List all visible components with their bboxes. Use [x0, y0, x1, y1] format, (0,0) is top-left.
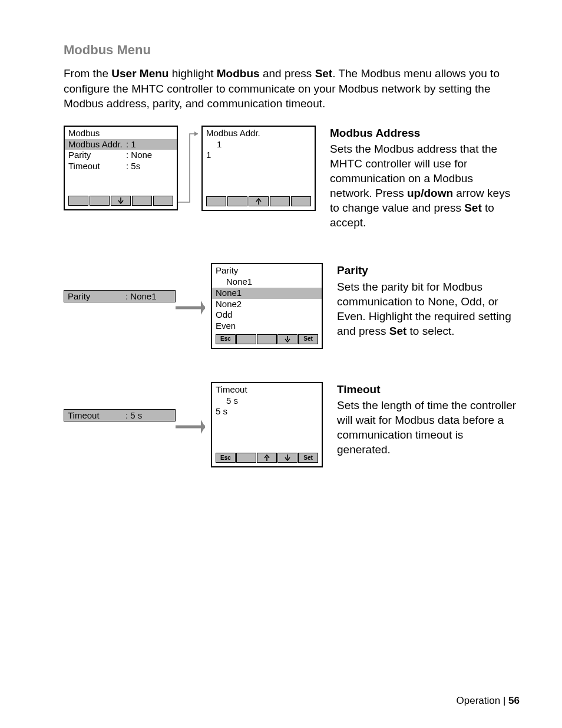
softkey-blank[interactable]: [132, 196, 152, 206]
lcd-title: Timeout: [212, 383, 322, 396]
connector-arrow: [178, 126, 201, 208]
editor-current-value: 5 s: [212, 406, 322, 417]
softkey-blank[interactable]: [236, 334, 256, 344]
softkey-esc[interactable]: Esc: [216, 334, 236, 344]
lcd-title: Parity: [212, 264, 322, 276]
footer-page-number: 56: [508, 695, 520, 706]
softkey-blank[interactable]: [257, 334, 277, 344]
intro-bold-user-menu: User Menu: [111, 67, 168, 80]
desc-heading: Parity: [337, 263, 520, 278]
editor-top-value: 5 s: [212, 396, 322, 407]
softkey-blank[interactable]: [270, 196, 290, 206]
lcd-timeout-editor: Timeout 5 s 5 s Esc Set: [211, 382, 323, 467]
menu-item-value: : 1: [126, 139, 136, 150]
softkey-blank[interactable]: [153, 196, 173, 206]
softkey-blank[interactable]: [291, 196, 311, 206]
page-footer: Operation | 56: [457, 695, 520, 707]
desc-heading: Timeout: [337, 382, 520, 397]
menu-item-parity[interactable]: Parity: None: [65, 150, 177, 161]
option-even[interactable]: Even: [212, 321, 322, 332]
editor-top-value: None1: [212, 276, 322, 288]
option-none2[interactable]: None2: [212, 299, 322, 310]
softkey-blank[interactable]: [227, 196, 247, 206]
connector-arrow: [176, 290, 211, 325]
menu-item-label: Timeout: [68, 161, 126, 172]
option-odd[interactable]: Odd: [212, 309, 322, 321]
menu-item-timeout[interactable]: Timeout: 5s: [65, 161, 177, 172]
desc-timeout: Timeout Sets the length of time the cont…: [337, 382, 520, 457]
menu-item-value: : None1: [125, 291, 157, 301]
connector-arrow: [176, 409, 211, 444]
menu-item-label: Timeout: [68, 410, 125, 420]
lcd-modbus-menu: Modbus Modbus Addr.: 1 Parity: None Time…: [64, 126, 178, 210]
softkey-up-icon[interactable]: [249, 196, 269, 206]
desc-modbus-address: Modbus Address Sets the Modbus address t…: [330, 126, 513, 230]
row-parity: Parity: None1 Parity None1 None1 None2 O…: [64, 263, 520, 349]
softkey-blank[interactable]: [206, 196, 226, 206]
desc-text: Sets the length of time the controller w…: [337, 399, 516, 456]
row-modbus-address: Modbus Modbus Addr.: 1 Parity: None Time…: [64, 126, 520, 230]
softkey-blank[interactable]: [90, 196, 110, 206]
desc-bold-set: Set: [389, 325, 407, 337]
softkey-down-icon[interactable]: [277, 453, 297, 463]
softkey-down-icon[interactable]: [277, 334, 297, 344]
lcd-modbus-addr-editor: Modbus Addr. 1 1: [201, 126, 316, 211]
menu-item-value: : 5s: [126, 161, 140, 172]
softkey-set[interactable]: Set: [298, 334, 318, 344]
softkey-blank[interactable]: [236, 453, 256, 463]
menu-item-label: Modbus Addr.: [68, 139, 126, 150]
lcd-parity-editor: Parity None1 None1 None2 Odd Even Esc Se…: [211, 263, 323, 349]
desc-heading: Modbus Address: [330, 126, 513, 140]
row-timeout: Timeout: 5 s Timeout 5 s 5 s Esc: [64, 382, 520, 467]
editor-top-value: 1: [203, 139, 315, 150]
desc-bold-updown: up/down: [407, 187, 453, 199]
softkey-row: [65, 193, 177, 209]
menu-item-label: Parity: [68, 291, 125, 301]
lcd-title: Modbus: [65, 127, 177, 139]
softkey-row: Esc Set: [212, 332, 322, 348]
intro-bold-modbus: Modbus: [217, 67, 260, 80]
softkey-row: Esc Set: [212, 450, 322, 466]
section-title: Modbus Menu: [64, 42, 520, 58]
softkey-down-icon[interactable]: [111, 196, 131, 206]
softkey-row: [203, 194, 315, 210]
menu-item-parity-selected[interactable]: Parity: None1: [64, 290, 176, 302]
footer-section: Operation: [457, 695, 501, 706]
softkey-esc[interactable]: Esc: [216, 453, 236, 463]
menu-item-value: : 5 s: [125, 410, 142, 420]
desc-text: to select.: [406, 325, 454, 337]
option-none1[interactable]: None1: [212, 288, 322, 299]
intro-text: highlight: [168, 67, 216, 80]
intro-paragraph: From the User Menu highlight Modbus and …: [64, 66, 520, 111]
softkey-blank[interactable]: [68, 196, 88, 206]
intro-text: and press: [260, 67, 315, 80]
desc-bold-set: Set: [464, 202, 482, 214]
editor-current-value: 1: [203, 150, 315, 161]
lcd-title: Modbus Addr.: [203, 127, 315, 139]
menu-item-timeout-selected[interactable]: Timeout: 5 s: [64, 409, 176, 421]
footer-sep: |: [500, 695, 508, 706]
softkey-up-icon[interactable]: [257, 453, 277, 463]
desc-parity: Parity Sets the parity bit for Modbus co…: [337, 263, 520, 338]
menu-item-value: : None: [126, 150, 152, 161]
intro-bold-set: Set: [315, 67, 333, 80]
softkey-set[interactable]: Set: [298, 453, 318, 463]
intro-text: From the: [64, 67, 111, 80]
menu-item-label: Parity: [68, 150, 126, 161]
menu-item-modbus-addr[interactable]: Modbus Addr.: 1: [65, 139, 177, 150]
